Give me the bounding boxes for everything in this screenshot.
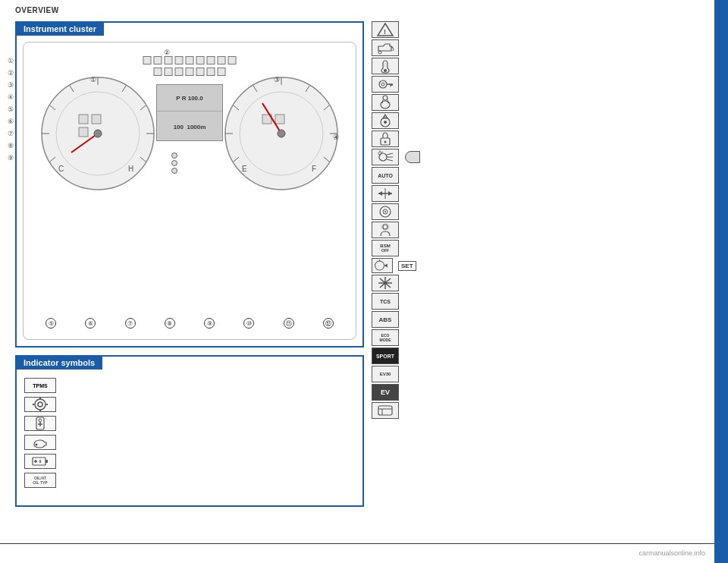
top-ind-6 (196, 56, 205, 64)
callout-8: ⑧ (165, 318, 175, 329)
svg-point-66 (383, 96, 388, 100)
svg-rect-11 (79, 115, 88, 124)
speedometer-gauge: C H ① (37, 73, 158, 194)
top2-ind-5 (196, 68, 205, 76)
svg-marker-84 (378, 191, 382, 196)
abs-icon: ABS (372, 311, 399, 328)
sym-row-eco-mode: ECOMODE (372, 329, 705, 346)
lv-num-1: ① (8, 57, 14, 64)
sym-row-sport: SPORT (372, 348, 705, 364)
instrument-cluster-section: Instrument cluster (15, 21, 364, 348)
svg-point-45 (39, 419, 42, 422)
sym-row-bsm: BSM OFF (372, 240, 705, 256)
sym-row-lane (372, 185, 705, 202)
svg-text:③: ③ (274, 76, 280, 83)
set-badge: SET (398, 261, 416, 271)
tpms-icon: TPMS (24, 378, 56, 393)
svg-point-90 (383, 225, 388, 229)
svg-point-48 (36, 444, 38, 446)
sym-row-lights (372, 149, 705, 165)
callout-9: ⑨ (204, 318, 215, 329)
instrument-cluster-title: Instrument cluster (16, 22, 104, 36)
callout-10: ⑩ (243, 318, 254, 329)
top-indicator-row2 (154, 68, 226, 76)
lv-num-7: ⑦ (8, 130, 14, 137)
callout-6: ⑥ (85, 318, 96, 329)
bottom-divider (0, 543, 714, 544)
callout-11: ⑪ (284, 318, 294, 329)
cluster-diagram: C H ① (23, 42, 356, 340)
sym-row-auto: AUTO (372, 167, 705, 184)
callout-5: ⑤ (46, 318, 56, 329)
sport-mode-icon: SPORT (372, 348, 399, 364)
headlight-icon (372, 149, 399, 165)
tachometer-gauge: E F ③ ④ (221, 73, 342, 194)
top-ind-7 (207, 56, 215, 64)
center-display-top: P R 100.0 (157, 85, 222, 112)
indicator-symbols-section: Indicator symbols TPMS (15, 355, 364, 507)
svg-text:H: H (128, 165, 133, 173)
lv-num-2: ② (8, 69, 14, 77)
auto-light-icon: AUTO (372, 167, 399, 184)
oil-can-icon (372, 39, 399, 56)
watermark: carmanualsonline.info (639, 549, 705, 557)
left-ind-item-2 (24, 397, 56, 412)
svg-rect-31 (275, 115, 284, 124)
right-accent-bar (714, 0, 728, 563)
top2-ind-4 (186, 68, 194, 76)
key-icon (372, 76, 399, 93)
svg-marker-94 (384, 263, 388, 267)
ev-icon: EV (372, 384, 399, 401)
sym-row-driver-mon (372, 222, 705, 238)
top-ind-1 (143, 56, 152, 64)
svg-text:④: ④ (333, 134, 339, 141)
top2-ind-3 (175, 68, 184, 76)
sym-row-tcs: TCS (372, 293, 705, 310)
svg-rect-13 (79, 127, 88, 137)
tpms-warning-icon: ! (372, 112, 399, 129)
left-ind-item-1: TPMS (24, 378, 56, 393)
lv-num-3: ③ (8, 81, 14, 89)
callout-12: ⑫ (323, 318, 334, 329)
svg-text:F: F (312, 165, 316, 173)
tcs-icon: TCS (372, 293, 399, 310)
airbag-icon (372, 94, 399, 111)
lock-icon (372, 131, 399, 147)
left-ind-item-5 (24, 454, 56, 469)
sym-row-key (372, 76, 705, 93)
ice-warning-icon (372, 275, 399, 291)
lv-num-4: ④ (8, 93, 14, 101)
sym-row-last (372, 402, 705, 419)
top-ind-3 (165, 56, 173, 64)
lv-num-8: ⑧ (8, 142, 14, 149)
left-indicator-list: TPMS (24, 378, 56, 488)
svg-marker-85 (388, 191, 392, 196)
svg-point-99 (384, 282, 387, 285)
sym-row-radar (372, 203, 705, 220)
seatbelt-icon (24, 416, 56, 431)
svg-text:!: ! (384, 28, 386, 36)
svg-rect-100 (378, 406, 392, 415)
top-ind-2 (154, 56, 162, 64)
svg-rect-50 (46, 460, 48, 463)
svg-point-62 (381, 83, 384, 86)
sym-row-lock (372, 131, 705, 147)
center-display-bottom: 100 1000m (157, 112, 222, 142)
sym-row-ev30: EV30 (372, 366, 705, 382)
center-ind-dots (171, 153, 177, 174)
warning-triangle-icon: ! (372, 21, 399, 38)
battery-icon (24, 454, 56, 469)
svg-text:①: ① (90, 76, 96, 83)
bsm-icon: BSM OFF (372, 240, 399, 256)
sym-row-airbag (372, 94, 705, 111)
eco-mode-icon: ECOMODE (372, 329, 399, 346)
sym-row-abs: ABS (372, 311, 705, 328)
sym-row-ev: EV (372, 384, 705, 401)
indicator-symbols-title: Indicator symbols (16, 356, 102, 370)
svg-text:E: E (242, 165, 247, 173)
sym-row-set: SET (372, 258, 705, 273)
svg-point-92 (375, 261, 384, 270)
page-header: OVERVIEW (15, 6, 59, 14)
svg-point-76 (379, 153, 387, 161)
temperature-icon (372, 58, 399, 74)
